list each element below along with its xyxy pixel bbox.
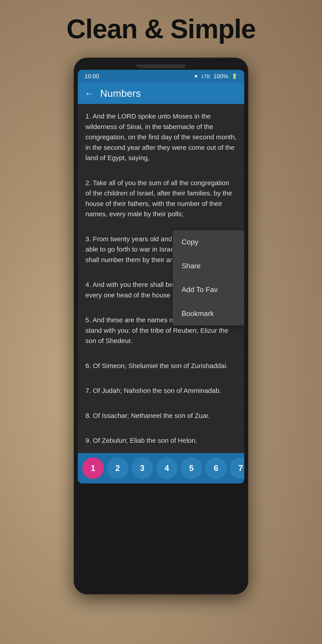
verse-6-text: Of Simeon; Shelumiel the son of Zurishad… [91, 362, 228, 370]
page-title: Clean & Simple [66, 14, 256, 44]
context-menu: Copy Share Add To Fav Bookmark [173, 230, 244, 325]
verse-8-number: 8. [86, 412, 91, 419]
verse-7-text: Of Judah; Nahshon the son of Amminadab. [91, 387, 221, 394]
context-menu-add-to-fav[interactable]: Add To Fav [173, 278, 244, 302]
phone-frame: 10:00 ▼ LTE 100% 🔋 ← Numbers 1. And the … [74, 58, 248, 594]
nav-btn-6[interactable]: 6 [205, 458, 227, 479]
verse-1-text: And the LORD spoke unto Moses in the wil… [86, 112, 236, 162]
verse-3-number: 3. [86, 235, 91, 242]
bottom-nav: 1 2 3 4 5 6 7 [78, 453, 244, 484]
verse-2-number: 2. [86, 179, 91, 186]
verse-5-number: 5. [86, 316, 91, 324]
app-bar-title: Numbers [100, 88, 141, 99]
verse-1-number: 1. [86, 112, 91, 120]
verse-8-text: Of Issachar; Nethaneel the son of Zuar. [91, 412, 210, 419]
nav-btn-4[interactable]: 4 [156, 458, 178, 479]
nav-btn-2[interactable]: 2 [107, 458, 128, 479]
verse-3[interactable]: 3. From twenty years old and upward, all… [78, 227, 244, 272]
nav-btn-7[interactable]: 7 [230, 458, 244, 479]
nav-btn-3[interactable]: 3 [132, 458, 153, 479]
status-right: ▼ LTE 100% 🔋 [194, 73, 238, 80]
verse-2-text: Take all of you the sum of all the congr… [86, 179, 232, 218]
verse-6-number: 6. [86, 362, 91, 370]
phone-notch [136, 64, 186, 68]
battery-icon: 🔋 [232, 74, 238, 80]
verse-9[interactable]: 9. Of Zebulun; Eliab the son of Helon. [78, 428, 244, 453]
nav-btn-5[interactable]: 5 [181, 458, 202, 479]
verse-9-number: 9. [86, 437, 91, 444]
content-area: 1. And the LORD spoke unto Moses in the … [78, 104, 244, 453]
verse-4-number: 4. [86, 281, 91, 288]
status-bar: 10:00 ▼ LTE 100% 🔋 [78, 70, 244, 83]
phone-screen: 10:00 ▼ LTE 100% 🔋 ← Numbers 1. And the … [78, 70, 244, 484]
wifi-icon: ▼ [194, 74, 198, 80]
verse-2[interactable]: 2. Take all of you the sum of all the co… [78, 170, 244, 227]
context-menu-bookmark[interactable]: Bookmark [173, 302, 244, 326]
battery-text: 100% [214, 73, 228, 80]
verse-1[interactable]: 1. And the LORD spoke unto Moses in the … [78, 104, 244, 170]
verse-7[interactable]: 7. Of Judah; Nahshon the son of Amminada… [78, 378, 244, 404]
verse-6[interactable]: 6. Of Simeon; Shelumiel the son of Zuris… [78, 354, 244, 378]
nav-btn-1[interactable]: 1 [82, 458, 104, 479]
verse-8[interactable]: 8. Of Issachar; Nethaneel the son of Zua… [78, 404, 244, 428]
verse-9-text: Of Zebulun; Eliab the son of Helon. [91, 437, 197, 444]
context-menu-share[interactable]: Share [173, 254, 244, 278]
app-bar: ← Numbers [78, 83, 244, 104]
back-button[interactable]: ← [84, 89, 94, 98]
context-menu-copy[interactable]: Copy [173, 230, 244, 254]
status-time: 10:00 [84, 73, 99, 80]
verse-7-number: 7. [86, 387, 91, 394]
signal-icon: LTE [202, 74, 210, 80]
